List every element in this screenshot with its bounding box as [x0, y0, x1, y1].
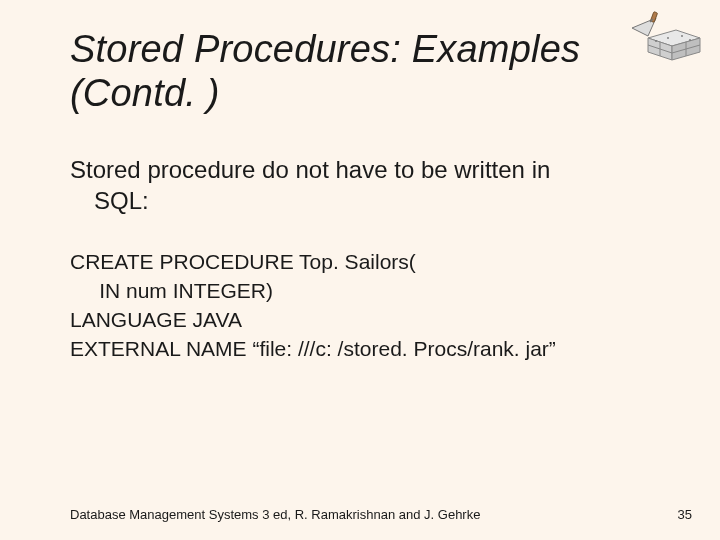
- code-line-4: EXTERNAL NAME “file: ///c: /stored. Proc…: [70, 337, 556, 360]
- code-line-3: LANGUAGE JAVA: [70, 308, 242, 331]
- svg-point-9: [681, 35, 683, 37]
- body-line-1: Stored procedure do not have to be writt…: [70, 155, 650, 186]
- body-text: Stored procedure do not have to be writt…: [70, 155, 650, 216]
- code-line-2: IN num INTEGER): [70, 279, 273, 302]
- slide: Stored Procedures: Examples (Contd. ) St…: [0, 0, 720, 540]
- slide-title: Stored Procedures: Examples (Contd. ): [70, 28, 630, 115]
- svg-point-8: [667, 37, 669, 39]
- page-number: 35: [678, 507, 692, 522]
- footer-credit: Database Management Systems 3 ed, R. Ram…: [70, 507, 480, 522]
- body-line-2: SQL:: [70, 186, 650, 217]
- bricks-trowel-icon: [626, 8, 704, 70]
- svg-point-7: [655, 40, 657, 42]
- code-line-1: CREATE PROCEDURE Top. Sailors(: [70, 250, 416, 273]
- code-block: CREATE PROCEDURE Top. Sailors( IN num IN…: [70, 248, 670, 364]
- svg-point-10: [689, 39, 691, 41]
